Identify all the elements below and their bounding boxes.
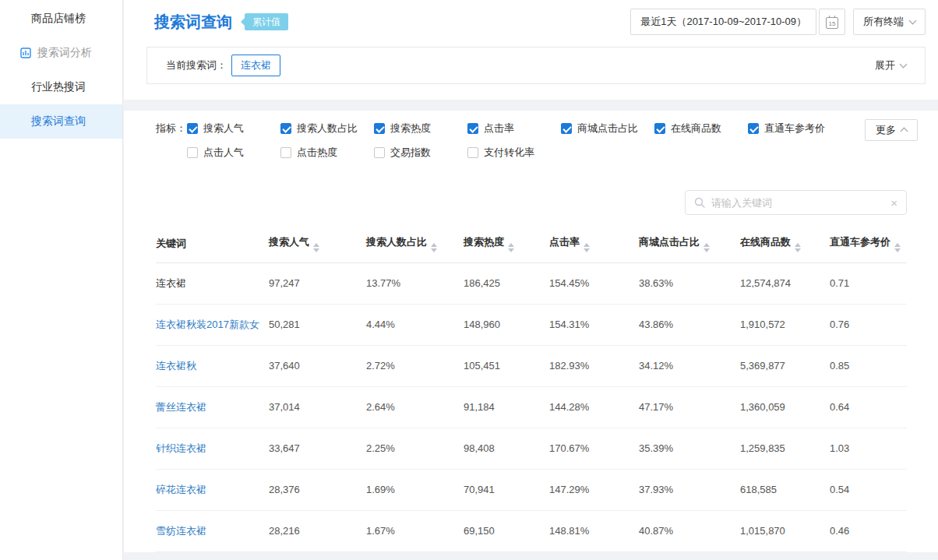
cell-value: 97,247 <box>269 262 366 304</box>
indicator-checkbox[interactable]: 搜索人数占比 <box>280 122 374 136</box>
table-body: 连衣裙97,24713.77%186,425154.45%38.63%12,57… <box>156 262 907 551</box>
cell-value: 144.28% <box>549 386 639 428</box>
analysis-icon <box>20 48 31 58</box>
indicator-checkbox[interactable]: 在线商品数 <box>654 122 748 136</box>
column-header[interactable]: 在线商品数 <box>740 226 830 262</box>
current-word-tag[interactable]: 连衣裙 <box>231 55 280 76</box>
search-input[interactable] <box>711 197 884 209</box>
search-icon <box>694 197 705 208</box>
indicator-label: 点击率 <box>484 122 514 136</box>
indicator-checkbox[interactable]: 点击人气 <box>187 146 280 160</box>
chevron-down-icon <box>909 17 917 25</box>
indicator-checkbox[interactable]: 点击热度 <box>280 146 374 160</box>
indicator-row-1: 搜索人气搜索人数占比搜索热度点击率商城点击占比在线商品数直通车参考价 <box>187 122 841 136</box>
checkbox-unchecked-icon[interactable] <box>187 147 198 158</box>
column-header[interactable]: 搜索人气 <box>269 226 366 262</box>
cell-value: 4.44% <box>366 304 464 345</box>
indicator-checkbox[interactable]: 支付转化率 <box>467 146 561 160</box>
cell-value: 1,910,572 <box>740 304 830 345</box>
sort-icon[interactable] <box>795 243 801 252</box>
calendar-day-label: 15 <box>829 20 836 28</box>
cell-value: 43.86% <box>639 304 740 345</box>
indicator-checkbox[interactable]: 搜索热度 <box>374 122 467 136</box>
sidebar-item-label: 行业热搜词 <box>31 80 86 94</box>
cell-value: 5,369,877 <box>740 345 830 386</box>
keyword-link[interactable]: 雪纺连衣裙 <box>156 510 269 551</box>
cell-value: 1,015,870 <box>740 510 830 551</box>
sidebar-item[interactable]: 搜索词分析 <box>0 36 122 70</box>
indicator-checkbox[interactable]: 搜索人气 <box>187 122 280 136</box>
keyword-link[interactable]: 连衣裙秋 <box>156 345 269 386</box>
sort-icon[interactable] <box>894 243 901 252</box>
checkbox-checked-icon[interactable] <box>654 123 665 134</box>
cell-value: 105,451 <box>464 345 549 386</box>
column-header-label: 搜索人气 <box>269 236 309 248</box>
date-range-button[interactable]: 最近1天（2017-10-09~2017-10-09） <box>630 9 816 35</box>
column-header-label: 直通车参考价 <box>830 236 890 248</box>
page-title: 搜索词查询 <box>154 12 232 33</box>
column-header-label: 搜索热度 <box>464 236 504 248</box>
column-header[interactable]: 搜索热度 <box>464 226 549 262</box>
content-section: 指标： 搜索人气搜索人数占比搜索热度点击率商城点击占比在线商品数直通车参考价 点… <box>124 111 938 552</box>
table-row: 连衣裙97,24713.77%186,425154.45%38.63%12,57… <box>156 262 907 304</box>
keyword-link[interactable]: 连衣裙秋装2017新款女 <box>156 304 269 345</box>
sidebar: 商品店铺榜搜索词分析行业热搜词搜索词查询 <box>0 0 123 560</box>
indicator-label: 在线商品数 <box>671 122 721 136</box>
column-header[interactable]: 商城点击占比 <box>639 226 740 262</box>
column-header[interactable]: 搜索人数占比 <box>366 226 464 262</box>
keywords-table: 关键词搜索人气搜索人数占比搜索热度点击率商城点击占比在线商品数直通车参考价 连衣… <box>156 226 907 552</box>
keyword-link[interactable]: 碎花连衣裙 <box>156 469 269 510</box>
keyword-link[interactable]: 蕾丝连衣裙 <box>156 386 269 428</box>
column-header[interactable]: 直通车参考价 <box>830 226 907 262</box>
cell-value: 147.29% <box>549 469 639 510</box>
keyword-text: 连衣裙 <box>156 262 269 304</box>
checkbox-checked-icon[interactable] <box>748 123 759 134</box>
sort-icon[interactable] <box>508 243 514 252</box>
indicator-label: 点击热度 <box>297 146 337 160</box>
column-header-label: 关键词 <box>156 238 186 249</box>
indicator-checkbox[interactable]: 商城点击占比 <box>561 122 654 136</box>
sort-icon[interactable] <box>584 243 590 252</box>
indicator-checkbox[interactable]: 直通车参考价 <box>748 122 841 136</box>
indicator-checkbox[interactable]: 交易指数 <box>374 146 467 160</box>
page-header-section: 搜索词查询 累计值 最近1天（2017-10-09~2017-10-09） 15… <box>124 0 938 100</box>
indicators-label: 指标： <box>156 122 187 136</box>
cell-value: 148,960 <box>464 304 549 345</box>
cell-value: 0.85 <box>830 345 907 386</box>
checkbox-unchecked-icon[interactable] <box>280 147 291 158</box>
cell-value: 1.67% <box>366 510 464 551</box>
table-header-row: 关键词搜索人气搜索人数占比搜索热度点击率商城点击占比在线商品数直通车参考价 <box>156 226 907 262</box>
sidebar-item[interactable]: 行业热搜词 <box>0 70 122 104</box>
sort-icon[interactable] <box>431 243 437 252</box>
header-controls: 最近1天（2017-10-09~2017-10-09） 15 所有终端 <box>630 9 926 35</box>
checkbox-checked-icon[interactable] <box>187 123 198 134</box>
more-button[interactable]: 更多 <box>865 119 918 141</box>
checkbox-checked-icon[interactable] <box>280 123 291 134</box>
column-header[interactable]: 点击率 <box>549 226 639 262</box>
indicator-checkbox[interactable]: 点击率 <box>467 122 561 136</box>
keyword-link[interactable]: 针织连衣裙 <box>156 428 269 469</box>
sort-icon[interactable] <box>313 243 319 252</box>
sidebar-item[interactable]: 搜索词查询 <box>0 104 122 139</box>
cell-value: 69,150 <box>464 510 549 551</box>
checkbox-unchecked-icon[interactable] <box>467 147 478 158</box>
checkbox-checked-icon[interactable] <box>374 123 385 134</box>
checkbox-checked-icon[interactable] <box>561 123 572 134</box>
sidebar-item[interactable]: 商品店铺榜 <box>0 2 122 36</box>
cell-value: 170.67% <box>549 428 639 469</box>
cell-value: 35.39% <box>639 428 740 469</box>
cell-value: 70,941 <box>464 469 549 510</box>
expand-toggle[interactable]: 展开 <box>875 58 906 72</box>
checkbox-unchecked-icon[interactable] <box>374 147 385 158</box>
cell-value: 28,376 <box>269 469 366 510</box>
cell-value: 28,216 <box>269 510 366 551</box>
sidebar-item-label: 搜索词分析 <box>37 46 92 60</box>
terminal-select[interactable]: 所有终端 <box>853 9 926 35</box>
table-row: 连衣裙秋装2017新款女50,2814.44%148,960154.31%43.… <box>156 304 907 345</box>
clear-icon[interactable]: × <box>884 197 897 209</box>
cell-value: 2.72% <box>366 345 464 386</box>
calendar-button[interactable]: 15 <box>819 9 845 35</box>
cell-value: 1.03 <box>830 428 907 469</box>
sort-icon[interactable] <box>704 243 710 252</box>
checkbox-checked-icon[interactable] <box>467 123 478 134</box>
